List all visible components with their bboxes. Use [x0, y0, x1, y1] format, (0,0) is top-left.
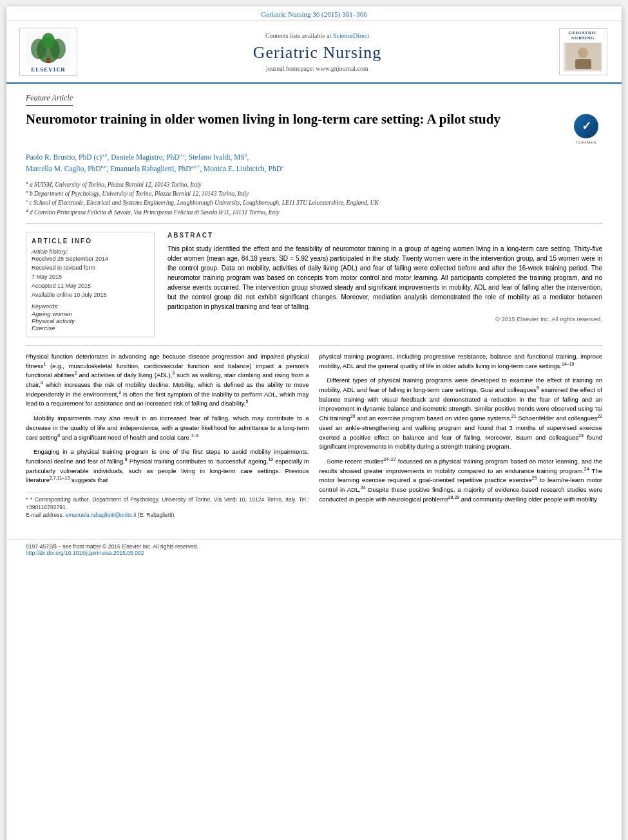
- article-title-row: Neuromotor training in older women livin…: [26, 111, 602, 145]
- history-label: Article history:: [32, 248, 149, 255]
- svg-rect-4: [46, 58, 50, 63]
- keyword-1: Ageing women: [32, 310, 149, 317]
- doi-link[interactable]: http://dx.doi.org/10.1016/j.gerinurse.20…: [26, 550, 602, 556]
- copyright-line: © 2015 Elsevier Inc. All rights reserved…: [167, 315, 602, 322]
- elsevier-name: ELSEVIER: [31, 66, 66, 73]
- elsevier-logo-inner: ELSEVIER: [19, 28, 77, 76]
- body-left-p2: Mobility impairments may also result in …: [26, 414, 309, 442]
- sciencedirect-link[interactable]: ScienceDirect: [333, 32, 369, 39]
- affiliations: a a SUISM, University of Torino, Piazza …: [26, 180, 602, 224]
- author5-sup: a,b,*: [191, 165, 200, 170]
- body-left-p3: Engaging in a physical training program …: [26, 447, 309, 485]
- crossmark: ✓ CrossMark: [570, 111, 602, 145]
- affiliation-c: c c School of Electronic, Electrical and…: [26, 198, 602, 207]
- accepted-value: Accepted 11 May 2015: [32, 283, 149, 289]
- svg-point-5: [42, 33, 55, 48]
- body-right-p2: Different types of physical training pro…: [319, 376, 603, 452]
- body-right-p1: physical training programs, including pr…: [319, 352, 603, 371]
- keywords-section: Keywords: Ageing women Physical activity…: [32, 303, 149, 331]
- received-value: Received 28 September 2014: [32, 256, 149, 262]
- elsevier-tree-svg: [26, 31, 71, 66]
- revised-date: 7 May 2015: [32, 274, 149, 280]
- article-info-box: ARTICLE INFO Article history: Received 2…: [26, 232, 155, 337]
- journal-header: ELSEVIER Contents lists available at Sci…: [6, 21, 622, 84]
- journal-homepage: journal homepage: www.gnjournal.com: [84, 65, 551, 72]
- sciencedirect-line: Contents lists available at ScienceDirec…: [84, 32, 551, 39]
- article-info: ARTICLE INFO Article history: Received 2…: [26, 232, 155, 337]
- article-info-title: ARTICLE INFO: [32, 238, 149, 245]
- author5-sep: , Emanuela Rabaglietti, PhD: [106, 165, 191, 173]
- svg-point-7: [578, 48, 588, 58]
- bottom-bar: 0197-4572/$ – see front matter © 2015 El…: [6, 539, 622, 561]
- affiliation-b: b b Department of Psychology, University…: [26, 189, 602, 198]
- author3-sep: , Stefano Ivaldi, MS: [185, 153, 245, 161]
- body-columns: Physical function deteriorates in advanc…: [26, 345, 602, 519]
- geriatric-badge: GERIATRICNURSING: [557, 28, 609, 75]
- affiliation-a: a a SUISM, University of Torino, Piazza …: [26, 180, 602, 189]
- issn-line: 0197-4572/$ – see front matter © 2015 El…: [26, 543, 602, 550]
- keyword-3: Exercise: [32, 324, 149, 331]
- author6-sup: a: [281, 165, 283, 170]
- badge-title: GERIATRICNURSING: [562, 31, 605, 41]
- svg-rect-8: [575, 59, 591, 69]
- badge-inner: GERIATRICNURSING: [559, 28, 607, 75]
- article-title: Neuromotor training in older women livin…: [26, 111, 564, 128]
- author2-sup: b,c: [180, 153, 185, 158]
- badge-image: [564, 42, 602, 71]
- abstract-section: ABSTRACT This pilot study identified the…: [167, 232, 602, 337]
- footnote-section: * * Corresponding author. Department of …: [26, 492, 309, 519]
- author3-comma: ,: [247, 153, 249, 161]
- author2-sep: , Daniele Magistro, PhD: [108, 153, 180, 161]
- body-right-column: physical training programs, including pr…: [319, 352, 603, 519]
- content-area: Feature Article Neuromotor training in o…: [6, 84, 622, 532]
- keywords-label: Keywords:: [32, 303, 149, 310]
- journal-center: Contents lists available at ScienceDirec…: [84, 32, 551, 72]
- corresponding-footnote: * * Corresponding author. Department of …: [26, 496, 309, 512]
- abstract-title: ABSTRACT: [167, 232, 602, 239]
- abstract-text: This pilot study identified the effect a…: [167, 244, 602, 312]
- email-link[interactable]: emanuela.rabaglietti@unito.it: [65, 512, 136, 518]
- journal-title: Geriatric Nursing: [84, 43, 551, 62]
- elsevier-logo: ELSEVIER: [19, 28, 77, 76]
- available-value: Available online 10 July 2015: [32, 292, 149, 298]
- crossmark-icon: ✓: [574, 114, 598, 138]
- email-footnote: E-mail address: emanuela.rabaglietti@uni…: [26, 512, 309, 519]
- journal-citation: Geriatric Nursing 36 (2015) 361–366: [6, 6, 622, 21]
- author1-name: Paolo R. Brustio, PhD (c): [26, 153, 102, 161]
- page: Geriatric Nursing 36 (2015) 361–366 ELSE…: [6, 6, 622, 840]
- author1-sup: a,b: [102, 153, 107, 158]
- affiliation-d: d d Convitto Principessa Felicita di Sav…: [26, 208, 602, 217]
- body-right-p3: Some recent studies24–27 focussed on a p…: [319, 457, 603, 505]
- badge-svg: [566, 43, 601, 70]
- crossmark-text: CrossMark: [576, 140, 596, 145]
- citation-text: Geriatric Nursing 36 (2015) 361–366: [261, 10, 366, 18]
- body-left-column: Physical function deteriorates in advanc…: [26, 352, 309, 519]
- keyword-2: Physical activity: [32, 317, 149, 324]
- authors-line: Paolo R. Brustio, PhD (c)a,b, Daniele Ma…: [26, 151, 602, 175]
- info-abstract-row: ARTICLE INFO Article history: Received 2…: [26, 232, 602, 337]
- body-left-p1: Physical function deteriorates in advanc…: [26, 352, 309, 409]
- revised-label: Received in revised form: [32, 265, 149, 271]
- author4-name: Marcella M. Caglio, PhD: [26, 165, 101, 173]
- author6-sep: , Monica E. Liubicich, PhD: [200, 165, 281, 173]
- feature-article-label: Feature Article: [26, 93, 73, 106]
